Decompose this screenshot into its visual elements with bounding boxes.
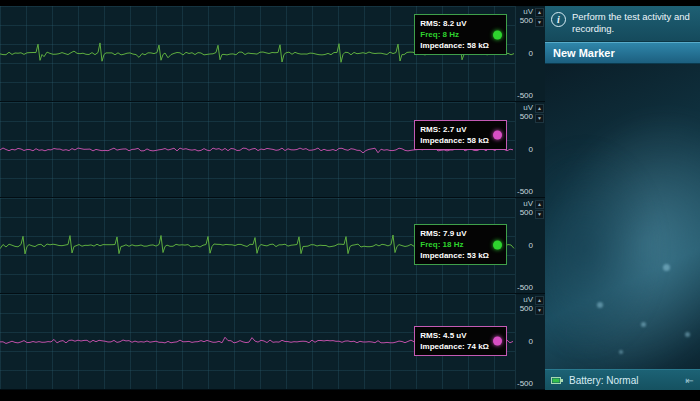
decorative-shadow	[545, 139, 665, 359]
dock-arrow-icon[interactable]: ⇤	[686, 375, 694, 386]
impedance-value: Impedance: 53 kΩ	[420, 250, 489, 261]
decorative-dot	[619, 350, 623, 354]
scale-down-arrow-icon[interactable]: ▼	[535, 114, 544, 123]
panel-background	[545, 64, 700, 369]
rms-value: RMS: 8.2 uV	[420, 18, 489, 29]
scale-zero-label: 0	[529, 49, 533, 58]
status-indicator	[493, 30, 502, 39]
waveform-channel-3: RMS: 7.9 uV Freq: 18 Hz Impedance: 53 kΩ…	[0, 198, 545, 294]
impedance-value: Impedance: 58 kΩ	[420, 135, 489, 146]
battery-status-bar: Battery: Normal ⇤	[545, 369, 700, 390]
scale-max-label: 500	[520, 208, 533, 217]
waveform-area-4[interactable]: RMS: 4.5 uV Impedance: 74 kΩ	[0, 294, 515, 389]
scale-max-label: 500	[520, 112, 533, 121]
scale-down-arrow-icon[interactable]: ▼	[535, 306, 544, 315]
scale-unit-label: uV	[523, 199, 533, 208]
instruction-text: Perform the test activity and recording.	[572, 11, 690, 36]
new-marker-button[interactable]: New Marker	[545, 42, 700, 64]
scale-up-arrow-icon[interactable]: ▲	[535, 296, 544, 305]
decorative-dot	[663, 264, 670, 271]
side-panel: i Perform the test activity and recordin…	[545, 6, 700, 390]
status-indicator	[493, 131, 502, 140]
scale-max-label: 500	[520, 304, 533, 313]
scale-max-label: 500	[520, 16, 533, 25]
scale-min-label: -500	[517, 379, 533, 388]
amplitude-scale: uV 500 0 -500 ▲ ▼	[515, 6, 545, 101]
rms-value: RMS: 2.7 uV	[420, 124, 489, 135]
scale-min-label: -500	[517, 283, 533, 292]
scale-unit-label: uV	[523, 295, 533, 304]
main-window: RMS: 8.2 uV Freq: 8 Hz Impedance: 58 kΩ …	[0, 6, 700, 390]
impedance-value: Impedance: 58 kΩ	[420, 40, 489, 51]
decorative-dot	[685, 332, 690, 337]
scale-min-label: -500	[517, 187, 533, 196]
scale-up-arrow-icon[interactable]: ▲	[535, 200, 544, 209]
rms-value: RMS: 4.5 uV	[420, 330, 489, 341]
info-icon: i	[551, 12, 566, 27]
battery-status-text: Battery: Normal	[569, 375, 638, 386]
channel-info-box: RMS: 4.5 uV Impedance: 74 kΩ	[414, 326, 507, 356]
scale-spinner: ▲ ▼	[535, 200, 544, 220]
scale-min-label: -500	[517, 91, 533, 100]
scale-zero-label: 0	[529, 145, 533, 154]
scale-spinner: ▲ ▼	[535, 8, 544, 28]
instruction-banner: i Perform the test activity and recordin…	[545, 6, 700, 42]
scale-up-arrow-icon[interactable]: ▲	[535, 8, 544, 17]
channel-info-box: RMS: 7.9 uV Freq: 18 Hz Impedance: 53 kΩ	[414, 224, 507, 265]
battery-icon	[551, 376, 564, 385]
rms-value: RMS: 7.9 uV	[420, 228, 489, 239]
status-indicator	[493, 240, 502, 249]
instruction-text-line2: recording.	[572, 23, 690, 35]
scale-unit-label: uV	[523, 7, 533, 16]
amplitude-scale: uV 500 0 -500 ▲ ▼	[515, 294, 545, 389]
status-indicator	[493, 337, 502, 346]
scale-zero-label: 0	[529, 241, 533, 250]
decorative-dot	[597, 302, 603, 308]
waveform-channel-2: RMS: 2.7 uV Impedance: 58 kΩ uV 500 0 -5…	[0, 102, 545, 198]
freq-value: Freq: 18 Hz	[420, 239, 489, 250]
impedance-value: Impedance: 74 kΩ	[420, 341, 489, 352]
scale-spinner: ▲ ▼	[535, 104, 544, 124]
scale-down-arrow-icon[interactable]: ▼	[535, 18, 544, 27]
scale-down-arrow-icon[interactable]: ▼	[535, 210, 544, 219]
waveform-channel-1: RMS: 8.2 uV Freq: 8 Hz Impedance: 58 kΩ …	[0, 6, 545, 102]
scale-unit-label: uV	[523, 103, 533, 112]
scale-zero-label: 0	[529, 337, 533, 346]
amplitude-scale: uV 500 0 -500 ▲ ▼	[515, 102, 545, 197]
decorative-dot	[641, 322, 646, 327]
waveform-area-1[interactable]: RMS: 8.2 uV Freq: 8 Hz Impedance: 58 kΩ	[0, 6, 515, 101]
channel-info-box: RMS: 8.2 uV Freq: 8 Hz Impedance: 58 kΩ	[414, 14, 507, 55]
waveform-area-2[interactable]: RMS: 2.7 uV Impedance: 58 kΩ	[0, 102, 515, 197]
waveform-channel-4: RMS: 4.5 uV Impedance: 74 kΩ uV 500 0 -5…	[0, 294, 545, 390]
amplitude-scale: uV 500 0 -500 ▲ ▼	[515, 198, 545, 293]
scale-up-arrow-icon[interactable]: ▲	[535, 104, 544, 113]
waveform-channel-list: RMS: 8.2 uV Freq: 8 Hz Impedance: 58 kΩ …	[0, 6, 545, 390]
freq-value: Freq: 8 Hz	[420, 29, 489, 40]
instruction-text-line1: Perform the test activity and	[572, 11, 690, 23]
channel-info-box: RMS: 2.7 uV Impedance: 58 kΩ	[414, 120, 507, 150]
scale-spinner: ▲ ▼	[535, 296, 544, 316]
waveform-area-3[interactable]: RMS: 7.9 uV Freq: 18 Hz Impedance: 53 kΩ	[0, 198, 515, 293]
